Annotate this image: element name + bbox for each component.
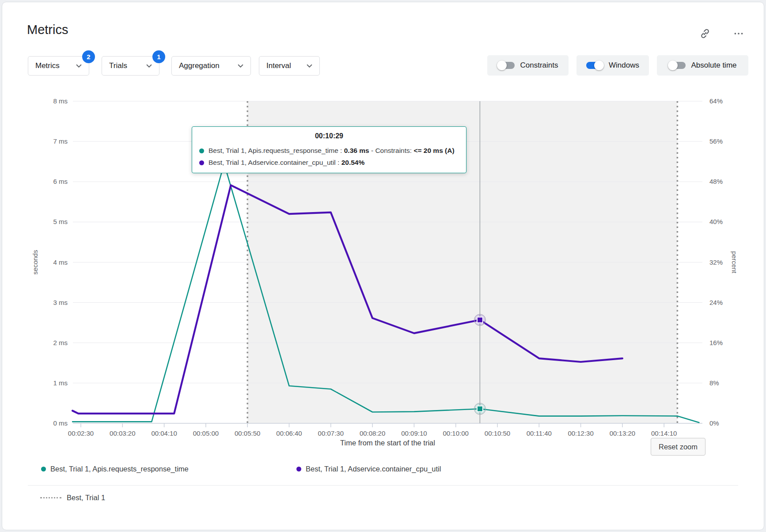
trials-count-badge: 1 (152, 50, 165, 63)
svg-text:seconds: seconds (31, 250, 39, 275)
svg-text:4 ms: 4 ms (53, 258, 68, 266)
chevron-down-icon (76, 64, 82, 68)
aggregation-dropdown-label: Aggregation (179, 61, 220, 70)
trials-dropdown-label: Trials (109, 61, 127, 70)
tooltip-time: 00:10:29 (199, 132, 459, 140)
svg-text:0%: 0% (709, 419, 719, 427)
svg-text:00:02:30: 00:02:30 (68, 429, 94, 437)
svg-text:64%: 64% (709, 97, 723, 105)
windows-toggle[interactable]: Windows (576, 55, 649, 76)
metrics-dropdown[interactable]: Metrics 2 (28, 56, 89, 76)
windows-toggle-label: Windows (609, 61, 639, 70)
svg-text:00:03:20: 00:03:20 (110, 429, 135, 437)
legend-label: Best, Trial 1, Adservice.container_cpu_u… (306, 465, 441, 473)
toggle-knob (668, 61, 678, 70)
metrics-dropdown-label: Metrics (35, 61, 60, 70)
trial-window-legend: Best, Trial 1 (40, 494, 105, 502)
tooltip-row: Best, Trial 1, Adservice.container_cpu_u… (199, 159, 459, 167)
svg-text:8%: 8% (709, 379, 719, 387)
svg-text:00:09:10: 00:09:10 (401, 429, 427, 437)
svg-text:40%: 40% (709, 218, 723, 225)
toggle-track (586, 62, 603, 69)
svg-text:00:04:10: 00:04:10 (151, 429, 177, 437)
chevron-down-icon (146, 64, 152, 68)
svg-text:00:06:40: 00:06:40 (276, 429, 302, 437)
svg-text:00:07:30: 00:07:30 (318, 429, 344, 437)
svg-text:00:10:00: 00:10:00 (443, 429, 469, 437)
svg-text:2 ms: 2 ms (53, 339, 68, 346)
trials-dropdown[interactable]: Trials 1 (102, 56, 159, 76)
constraints-toggle-label: Constraints (520, 61, 558, 70)
svg-text:Time from the start of the tri: Time from the start of the trial (340, 439, 435, 447)
dotted-line-swatch (40, 497, 61, 498)
toggle-knob (594, 61, 604, 70)
svg-text:00:14:10: 00:14:10 (651, 429, 677, 437)
trial-window-label: Best, Trial 1 (67, 494, 105, 502)
tooltip-row: Best, Trial 1, Apis.requests_response_ti… (199, 147, 459, 155)
toggle-track (498, 62, 515, 69)
page-title: Metrics (27, 23, 68, 37)
svg-text:00:10:50: 00:10:50 (485, 429, 510, 437)
chart-tooltip: 00:10:29 Best, Trial 1, Apis.requests_re… (192, 126, 466, 173)
more-options-icon[interactable] (732, 27, 745, 40)
legend-label: Best, Trial 1, Apis.requests_response_ti… (50, 465, 189, 473)
svg-text:00:05:00: 00:05:00 (193, 429, 219, 437)
aggregation-dropdown[interactable]: Aggregation (171, 56, 251, 76)
svg-text:0 ms: 0 ms (53, 419, 68, 427)
toggle-knob (497, 61, 507, 70)
constraints-toggle[interactable]: Constraints (487, 55, 569, 76)
chevron-down-icon (307, 64, 312, 68)
divider (28, 485, 738, 486)
series-dot-purple (199, 160, 204, 165)
svg-text:56%: 56% (709, 137, 723, 145)
chevron-down-icon (238, 64, 243, 68)
interval-dropdown[interactable]: Interval (259, 56, 320, 76)
svg-text:1 ms: 1 ms (53, 379, 68, 387)
svg-text:6 ms: 6 ms (53, 178, 68, 185)
svg-text:16%: 16% (709, 339, 723, 346)
svg-text:48%: 48% (709, 178, 723, 185)
svg-text:00:12:30: 00:12:30 (568, 429, 593, 437)
absolute-time-toggle[interactable]: Absolute time (657, 55, 748, 76)
metrics-panel: Metrics Metrics 2 Trials 1 Aggregation (2, 2, 764, 530)
svg-text:00:05:50: 00:05:50 (235, 429, 260, 437)
svg-text:00:08:20: 00:08:20 (360, 429, 385, 437)
share-link-icon[interactable] (698, 27, 712, 40)
interval-dropdown-label: Interval (266, 61, 291, 70)
svg-text:3 ms: 3 ms (53, 299, 68, 306)
reset-zoom-button[interactable]: Reset zoom (651, 438, 705, 456)
metrics-count-badge: 2 (82, 50, 95, 63)
series-dot-teal (199, 148, 204, 153)
series-dot-teal (41, 467, 46, 471)
svg-text:percent: percent (731, 251, 738, 274)
svg-text:7 ms: 7 ms (53, 137, 68, 145)
svg-text:00:13:20: 00:13:20 (610, 429, 635, 437)
legend-item-response-time[interactable]: Best, Trial 1, Apis.requests_response_ti… (41, 465, 189, 473)
absolute-time-toggle-label: Absolute time (691, 61, 737, 70)
svg-text:24%: 24% (709, 299, 723, 306)
svg-text:8 ms: 8 ms (53, 97, 68, 105)
legend-item-cpu-util[interactable]: Best, Trial 1, Adservice.container_cpu_u… (296, 465, 441, 473)
series-dot-purple (296, 467, 301, 471)
toggle-track (669, 62, 686, 69)
svg-text:00:11:40: 00:11:40 (527, 429, 552, 437)
svg-text:32%: 32% (709, 258, 723, 266)
svg-text:5 ms: 5 ms (53, 218, 68, 225)
